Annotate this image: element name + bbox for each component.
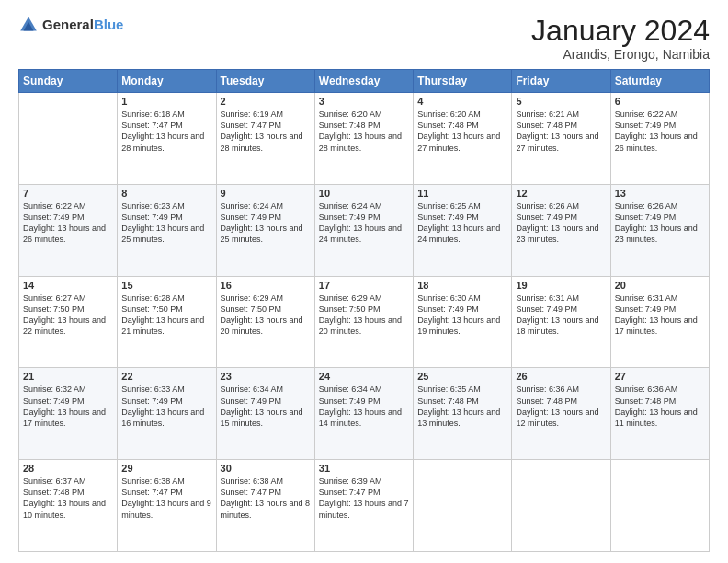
calendar-cell: 1Sunrise: 6:18 AM Sunset: 7:47 PM Daylig… (118, 93, 216, 185)
calendar-cell: 24Sunrise: 6:34 AM Sunset: 7:49 PM Dayli… (314, 368, 413, 460)
day-number: 12 (516, 188, 606, 199)
day-number: 11 (417, 188, 507, 199)
day-number: 27 (615, 371, 705, 382)
weekday-saturday: Saturday (610, 70, 709, 93)
cell-content: Sunrise: 6:38 AM Sunset: 7:47 PM Dayligh… (221, 476, 311, 521)
calendar-cell (512, 460, 610, 552)
calendar-cell: 26Sunrise: 6:36 AM Sunset: 7:48 PM Dayli… (512, 368, 610, 460)
day-number: 8 (121, 188, 211, 199)
cell-content: Sunrise: 6:34 AM Sunset: 7:49 PM Dayligh… (221, 384, 311, 429)
calendar-cell: 3Sunrise: 6:20 AM Sunset: 7:48 PM Daylig… (314, 93, 413, 185)
cell-content: Sunrise: 6:26 AM Sunset: 7:49 PM Dayligh… (615, 201, 705, 246)
day-number: 4 (417, 96, 507, 107)
cell-content: Sunrise: 6:31 AM Sunset: 7:49 PM Dayligh… (516, 293, 606, 338)
calendar-cell: 23Sunrise: 6:34 AM Sunset: 7:49 PM Dayli… (216, 368, 314, 460)
cell-content: Sunrise: 6:25 AM Sunset: 7:49 PM Dayligh… (417, 201, 507, 246)
month-year: January 2024 (531, 15, 710, 47)
header: GeneralBlue January 2024 Arandis, Erongo… (18, 15, 710, 62)
cell-content: Sunrise: 6:35 AM Sunset: 7:48 PM Dayligh… (417, 384, 507, 429)
weekday-thursday: Thursday (414, 70, 512, 93)
calendar-cell: 13Sunrise: 6:26 AM Sunset: 7:49 PM Dayli… (610, 184, 709, 276)
cell-content: Sunrise: 6:21 AM Sunset: 7:48 PM Dayligh… (516, 109, 606, 154)
weekday-wednesday: Wednesday (314, 70, 413, 93)
calendar-cell: 10Sunrise: 6:24 AM Sunset: 7:49 PM Dayli… (314, 184, 413, 276)
cell-content: Sunrise: 6:24 AM Sunset: 7:49 PM Dayligh… (221, 201, 311, 246)
logo-blue: Blue (94, 17, 124, 32)
calendar-cell: 29Sunrise: 6:38 AM Sunset: 7:47 PM Dayli… (118, 460, 216, 552)
calendar-cell: 18Sunrise: 6:30 AM Sunset: 7:49 PM Dayli… (414, 276, 512, 368)
calendar-cell: 6Sunrise: 6:22 AM Sunset: 7:49 PM Daylig… (610, 93, 709, 185)
cell-content: Sunrise: 6:30 AM Sunset: 7:49 PM Dayligh… (417, 293, 507, 338)
day-number: 20 (615, 280, 705, 291)
cell-content: Sunrise: 6:23 AM Sunset: 7:49 PM Dayligh… (121, 201, 211, 246)
week-row-3: 21Sunrise: 6:32 AM Sunset: 7:49 PM Dayli… (19, 368, 710, 460)
calendar-cell: 28Sunrise: 6:37 AM Sunset: 7:48 PM Dayli… (19, 460, 118, 552)
logo-general: General (42, 17, 94, 32)
calendar-cell: 25Sunrise: 6:35 AM Sunset: 7:48 PM Dayli… (414, 368, 512, 460)
weekday-header-row: SundayMondayTuesdayWednesdayThursdayFrid… (19, 70, 710, 93)
day-number: 7 (23, 188, 113, 199)
cell-content: Sunrise: 6:20 AM Sunset: 7:48 PM Dayligh… (417, 109, 507, 154)
day-number: 31 (319, 463, 409, 474)
week-row-2: 14Sunrise: 6:27 AM Sunset: 7:50 PM Dayli… (19, 276, 710, 368)
day-number: 19 (516, 280, 606, 291)
day-number: 1 (121, 96, 211, 107)
weekday-sunday: Sunday (19, 70, 118, 93)
day-number: 23 (221, 371, 311, 382)
weekday-tuesday: Tuesday (216, 70, 314, 93)
cell-content: Sunrise: 6:28 AM Sunset: 7:50 PM Dayligh… (121, 293, 211, 338)
logo: GeneralBlue (18, 15, 123, 35)
cell-content: Sunrise: 6:27 AM Sunset: 7:50 PM Dayligh… (23, 293, 113, 338)
calendar-cell: 14Sunrise: 6:27 AM Sunset: 7:50 PM Dayli… (19, 276, 118, 368)
calendar-cell: 7Sunrise: 6:22 AM Sunset: 7:49 PM Daylig… (19, 184, 118, 276)
day-number: 29 (121, 463, 211, 474)
calendar-cell: 4Sunrise: 6:20 AM Sunset: 7:48 PM Daylig… (414, 93, 512, 185)
week-row-4: 28Sunrise: 6:37 AM Sunset: 7:48 PM Dayli… (19, 460, 710, 552)
day-number: 21 (23, 371, 113, 382)
logo-icon (18, 15, 39, 35)
day-number: 5 (516, 96, 606, 107)
calendar-cell: 27Sunrise: 6:36 AM Sunset: 7:48 PM Dayli… (610, 368, 709, 460)
calendar-cell: 20Sunrise: 6:31 AM Sunset: 7:49 PM Dayli… (610, 276, 709, 368)
day-number: 9 (221, 188, 311, 199)
calendar-cell: 2Sunrise: 6:19 AM Sunset: 7:47 PM Daylig… (216, 93, 314, 185)
weekday-friday: Friday (512, 70, 610, 93)
calendar-cell: 15Sunrise: 6:28 AM Sunset: 7:50 PM Dayli… (118, 276, 216, 368)
calendar-cell: 8Sunrise: 6:23 AM Sunset: 7:49 PM Daylig… (118, 184, 216, 276)
cell-content: Sunrise: 6:29 AM Sunset: 7:50 PM Dayligh… (319, 293, 409, 338)
location: Arandis, Erongo, Namibia (531, 47, 710, 62)
cell-content: Sunrise: 6:19 AM Sunset: 7:47 PM Dayligh… (221, 109, 311, 154)
cell-content: Sunrise: 6:38 AM Sunset: 7:47 PM Dayligh… (121, 476, 211, 521)
calendar-page: GeneralBlue January 2024 Arandis, Erongo… (0, 0, 728, 563)
calendar-cell: 30Sunrise: 6:38 AM Sunset: 7:47 PM Dayli… (216, 460, 314, 552)
calendar-cell: 11Sunrise: 6:25 AM Sunset: 7:49 PM Dayli… (414, 184, 512, 276)
cell-content: Sunrise: 6:36 AM Sunset: 7:48 PM Dayligh… (615, 384, 705, 429)
cell-content: Sunrise: 6:24 AM Sunset: 7:49 PM Dayligh… (319, 201, 409, 246)
calendar-cell: 17Sunrise: 6:29 AM Sunset: 7:50 PM Dayli… (314, 276, 413, 368)
cell-content: Sunrise: 6:37 AM Sunset: 7:48 PM Dayligh… (23, 476, 113, 521)
day-number: 22 (121, 371, 211, 382)
calendar-cell: 9Sunrise: 6:24 AM Sunset: 7:49 PM Daylig… (216, 184, 314, 276)
day-number: 3 (319, 96, 409, 107)
week-row-1: 7Sunrise: 6:22 AM Sunset: 7:49 PM Daylig… (19, 184, 710, 276)
day-number: 14 (23, 280, 113, 291)
cell-content: Sunrise: 6:22 AM Sunset: 7:49 PM Dayligh… (615, 109, 705, 154)
cell-content: Sunrise: 6:20 AM Sunset: 7:48 PM Dayligh… (319, 109, 409, 154)
calendar-cell: 22Sunrise: 6:33 AM Sunset: 7:49 PM Dayli… (118, 368, 216, 460)
cell-content: Sunrise: 6:29 AM Sunset: 7:50 PM Dayligh… (221, 293, 311, 338)
calendar-cell (414, 460, 512, 552)
cell-content: Sunrise: 6:32 AM Sunset: 7:49 PM Dayligh… (23, 384, 113, 429)
day-number: 6 (615, 96, 705, 107)
calendar-cell: 12Sunrise: 6:26 AM Sunset: 7:49 PM Dayli… (512, 184, 610, 276)
day-number: 2 (221, 96, 311, 107)
calendar-cell: 5Sunrise: 6:21 AM Sunset: 7:48 PM Daylig… (512, 93, 610, 185)
calendar-cell: 21Sunrise: 6:32 AM Sunset: 7:49 PM Dayli… (19, 368, 118, 460)
calendar-cell (610, 460, 709, 552)
cell-content: Sunrise: 6:34 AM Sunset: 7:49 PM Dayligh… (319, 384, 409, 429)
day-number: 26 (516, 371, 606, 382)
cell-content: Sunrise: 6:39 AM Sunset: 7:47 PM Dayligh… (319, 476, 409, 521)
calendar-cell (19, 93, 118, 185)
day-number: 15 (121, 280, 211, 291)
cell-content: Sunrise: 6:22 AM Sunset: 7:49 PM Dayligh… (23, 201, 113, 246)
cell-content: Sunrise: 6:36 AM Sunset: 7:48 PM Dayligh… (516, 384, 606, 429)
